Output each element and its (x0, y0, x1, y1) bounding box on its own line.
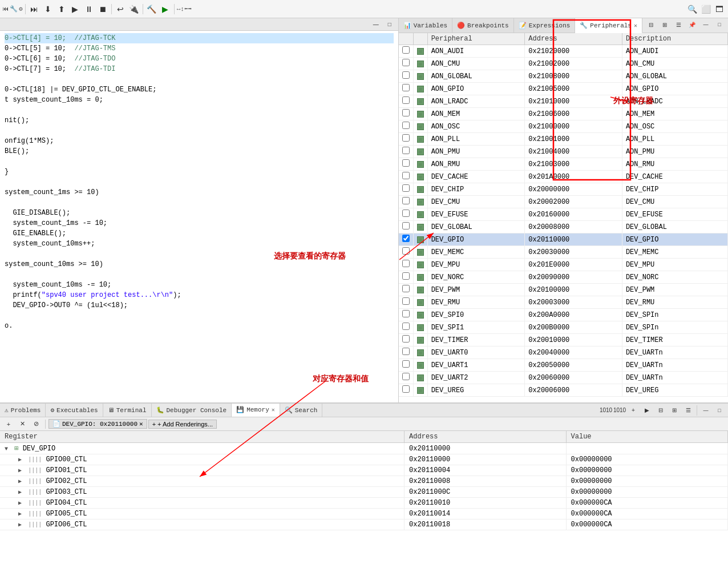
memory-register-row[interactable]: ▶ |||| GPIO02_CTL 0x20110008 0x00000000 (0, 476, 728, 487)
peripheral-row[interactable]: ⊞ AON_AUDI 0x21020000 AON_AUDI (399, 45, 728, 58)
row-checkbox[interactable] (402, 184, 410, 192)
peripheral-row[interactable]: ⊞ AON_PMU 0x21004000 AON_PMU (399, 146, 728, 158)
peripheral-row[interactable]: ⊞ DEV_SPI1 0x200B0000 DEV_SPIn (399, 321, 728, 334)
row-checkbox[interactable] (402, 96, 410, 104)
step-into-btn[interactable]: ⬇ (42, 3, 54, 15)
tab-search[interactable]: 🔍 Search (280, 404, 323, 417)
peripheral-row[interactable]: ⊞ AON_LRADC 0x21010000 AON_LRADC (399, 95, 728, 108)
row-checkbox-cell[interactable] (399, 158, 414, 171)
memory-register-row[interactable]: ▶ |||| GPIO04_CTL 0x20110010 0x000000CA (0, 498, 728, 509)
peripherals-tab-close[interactable]: ✕ (634, 22, 637, 29)
row-checkbox[interactable] (402, 159, 410, 167)
bottom-add-btn[interactable]: + (627, 404, 640, 417)
collapse-all-btn[interactable]: ⊟ (645, 18, 657, 31)
peripheral-row[interactable]: ⊞ DEV_CMU 0x20002000 DEV_CMU (399, 196, 728, 208)
bottom-min-btn[interactable]: — (699, 404, 712, 417)
bottom-icon2[interactable]: 1010 (613, 404, 626, 417)
row-checkbox[interactable] (402, 147, 410, 154)
reg-expand-btn[interactable]: ▶ (18, 457, 22, 463)
reg-expand-btn[interactable]: ▶ (18, 468, 22, 474)
row-checkbox-cell[interactable] (399, 246, 414, 259)
peripheral-row[interactable]: ⊞ DEV_UREG 0x20006000 DEV_UREG (399, 384, 728, 397)
row-checkbox-cell[interactable] (399, 296, 414, 309)
row-checkbox[interactable] (402, 222, 410, 229)
bottom-max-btn[interactable]: □ (713, 404, 726, 417)
peripheral-row[interactable]: ⊞ DEV_GPIO 0x20110000 DEV_GPIO (399, 233, 728, 246)
peripheral-row[interactable]: ⊞ DEV_MPU 0x201E0000 DEV_MPU (399, 259, 728, 271)
row-checkbox[interactable] (402, 71, 410, 79)
tab-breakpoints[interactable]: 🔴 Breakpoints (452, 18, 514, 33)
row-checkbox[interactable] (402, 297, 410, 305)
reg-expand-btn[interactable]: ▶ (18, 489, 22, 496)
add-renderings-btn[interactable]: + + Add Renderings... (148, 420, 217, 429)
row-checkbox-cell[interactable] (399, 309, 414, 321)
row-checkbox-cell[interactable] (399, 384, 414, 397)
peripheral-row[interactable]: ⊞ AON_OSC 0x21000000 AON_OSC (399, 120, 728, 133)
step-over-btn[interactable]: ⏭ (28, 3, 41, 15)
row-checkbox[interactable] (402, 84, 410, 91)
memory-root-row[interactable]: ▼ ⊞ DEV_GPIO 0x20110000 (0, 443, 728, 454)
peripheral-row[interactable]: ⊞ AON_CMU 0x21002000 AON_CMU (399, 58, 728, 70)
add-rendering-toolbar-btn[interactable]: + (2, 418, 15, 430)
search-btn[interactable]: 🔍 (686, 3, 698, 15)
peripheral-row[interactable]: ⊞ AON_RMU 0x21003000 AON_RMU (399, 158, 728, 171)
close-tab-icon[interactable]: ✕ (139, 420, 143, 428)
tab-debugger[interactable]: 🐛 Debugger Console (152, 404, 232, 417)
row-checkbox-cell[interactable] (399, 233, 414, 246)
row-checkbox[interactable] (402, 46, 410, 54)
row-checkbox-cell[interactable] (399, 347, 414, 359)
row-checkbox[interactable] (402, 385, 410, 393)
memory-register-row[interactable]: ▶ |||| GPIO06_CTL 0x20110018 0x000000CA (0, 519, 728, 530)
suspend-btn[interactable]: ⏸ (83, 3, 95, 15)
row-checkbox[interactable] (402, 172, 410, 179)
row-checkbox-cell[interactable] (399, 120, 414, 133)
row-checkbox[interactable] (402, 360, 410, 368)
view-menu-btn[interactable]: ☰ (672, 18, 685, 31)
row-checkbox-cell[interactable] (399, 259, 414, 271)
maximize-code-btn[interactable]: □ (383, 18, 396, 31)
row-checkbox-cell[interactable] (399, 45, 414, 58)
row-checkbox-cell[interactable] (399, 70, 414, 83)
tab-memory[interactable]: 💾 Memory ✕ (232, 404, 280, 417)
memory-register-row[interactable]: ▶ |||| GPIO01_CTL 0x20110004 0x00000000 (0, 465, 728, 476)
reg-expand-btn[interactable]: ▶ (18, 511, 22, 517)
reg-expand-btn[interactable]: ▶ (18, 522, 22, 528)
clear-btn[interactable]: ⊘ (30, 418, 42, 430)
row-checkbox[interactable] (402, 323, 410, 330)
minimize-btn[interactable]: ⬜ (699, 3, 712, 15)
root-expand-btn[interactable]: ▼ (5, 446, 8, 452)
row-checkbox-cell[interactable] (399, 208, 414, 221)
restart-btn[interactable]: ↩ (114, 3, 127, 15)
peripheral-row[interactable]: ⊞ DEV_NORC 0x20090000 DEV_NORC (399, 271, 728, 284)
stop-btn[interactable]: ⏹ (96, 3, 109, 15)
row-checkbox[interactable] (402, 235, 410, 242)
memory-register-row[interactable]: ▶ |||| GPIO05_CTL 0x20110014 0x000000CA (0, 509, 728, 519)
minimize-code-btn[interactable]: — (370, 18, 382, 31)
peripheral-row[interactable]: ⊞ DEV_UART2 0x20060000 DEV_UARTn (399, 372, 728, 384)
row-checkbox[interactable] (402, 109, 410, 116)
reg-expand-btn[interactable]: ▶ (18, 500, 22, 506)
memory-tab-close[interactable]: ✕ (272, 406, 275, 413)
row-checkbox[interactable] (402, 122, 410, 129)
peripheral-row[interactable]: ⊞ DEV_CACHE 0x201A0000 DEV_CACHE (399, 171, 728, 183)
row-checkbox[interactable] (402, 59, 410, 66)
reg-expand-btn[interactable]: ▶ (18, 478, 22, 485)
pin-btn[interactable]: 📌 (686, 18, 698, 31)
row-checkbox[interactable] (402, 134, 410, 142)
tab-variables[interactable]: 📊 Variables (399, 18, 452, 33)
row-checkbox[interactable] (402, 210, 410, 217)
peripheral-row[interactable]: ⊞ DEV_CHIP 0x20000000 DEV_CHIP (399, 183, 728, 196)
row-checkbox-cell[interactable] (399, 183, 414, 196)
connect-btn[interactable]: 🔌 (128, 3, 140, 15)
bottom-next-btn[interactable]: ▶ (641, 404, 653, 417)
tab-peripherals[interactable]: 🔧 Peripherals ✕ (575, 18, 642, 33)
row-checkbox-cell[interactable] (399, 271, 414, 284)
peripheral-row[interactable]: ⊞ AON_GLOBAL 0x21008000 AON_GLOBAL (399, 70, 728, 83)
row-checkbox-cell[interactable] (399, 171, 414, 183)
memory-register-row[interactable]: ▶ |||| GPIO00_CTL 0x20110000 0x00000000 (0, 454, 728, 465)
row-checkbox-cell[interactable] (399, 334, 414, 347)
row-checkbox-cell[interactable] (399, 359, 414, 372)
tab-terminal[interactable]: 🖥 Terminal (103, 404, 152, 417)
row-checkbox-cell[interactable] (399, 133, 414, 146)
row-checkbox-cell[interactable] (399, 108, 414, 120)
